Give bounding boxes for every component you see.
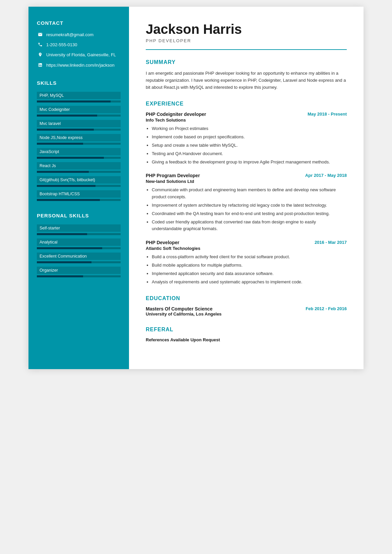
bullet-item: Working on Project estimates: [152, 125, 347, 132]
referal-section: REFERAL References Available Upon Reques…: [146, 327, 347, 342]
skill-label: Self-starter: [37, 224, 121, 232]
skill-bar-fill: [37, 129, 94, 131]
bullet-item: Communicate with product and engineering…: [152, 187, 347, 201]
experience-entry: PHP Developer 2016 - Mar 2017 Atlantic S…: [146, 240, 347, 285]
linkedin-icon: [37, 63, 44, 67]
skill-bar-bg: [37, 157, 121, 159]
skill-item: Organizer: [37, 267, 121, 277]
skill-bar-fill: [37, 199, 100, 201]
phone-icon: [37, 42, 44, 47]
skill-bar-bg: [37, 143, 121, 145]
skill-bar-bg: [37, 129, 121, 131]
skill-bar-bg: [37, 275, 121, 277]
bullet-item: Build mobile applications for multiple p…: [152, 262, 347, 269]
referal-text: References Available Upon Request: [146, 337, 347, 342]
edu-degree: Masters Of Computer Science: [146, 306, 221, 311]
bullet-item: Coded user friendly applications that co…: [152, 219, 347, 233]
skill-bar-fill: [37, 157, 104, 159]
skill-bar-bg: [37, 115, 121, 117]
education-section: EDUCATION Masters Of Computer Science Un…: [146, 295, 347, 317]
bullet-item: Testing and QA Handover document.: [152, 150, 347, 157]
edu-school: University of California, Los Angeles: [146, 311, 221, 317]
contact-text: University of Florida, Gainesville, FL: [46, 52, 116, 58]
exp-date: 2016 - Mar 2017: [315, 240, 347, 245]
contact-text: 1-202-555-0130: [46, 42, 77, 48]
skill-item: Mvc laravel: [37, 120, 121, 131]
skill-bar-fill: [37, 261, 91, 263]
skill-item: Node JS,Node express: [37, 134, 121, 145]
exp-bullets: Communicate with product and engineering…: [146, 187, 347, 232]
skill-bar-fill: [37, 100, 111, 102]
skill-item: Excellent Communication: [37, 253, 121, 263]
skill-label: Mvc laravel: [37, 120, 121, 127]
edu-left: Masters Of Computer Science University o…: [146, 306, 221, 317]
resume-container: CONTACT resumekraft@gmail.com 1-202-555-…: [28, 7, 364, 369]
skill-bar-bg: [37, 261, 121, 263]
skill-item: React Js: [37, 162, 121, 173]
email-icon: [37, 32, 44, 37]
skill-label: Organizer: [37, 267, 121, 274]
bullet-item: Giving a feedback to the development gro…: [152, 159, 347, 166]
skill-item: PHP, MySQL: [37, 92, 121, 102]
exp-role: PHP Developer: [146, 240, 179, 245]
skill-label: Bootstrap HTML/CSS: [37, 190, 121, 198]
skill-item: Git(github) Svn(Tfs, bitbucket): [37, 176, 121, 187]
job-title: PHP DEVELOPER: [146, 38, 347, 43]
contact-section: CONTACT resumekraft@gmail.com 1-202-555-…: [37, 20, 121, 68]
bullet-item: Improvement of system architecture by re…: [152, 202, 347, 209]
skill-bar-fill: [37, 233, 87, 235]
skills-title: SKILLS: [37, 80, 121, 86]
experience-entry: PHP Codeigniter developer May 2018 - Pre…: [146, 112, 347, 165]
experience-entry: PHP Program Developer Apr 2017 - May 201…: [146, 173, 347, 232]
skill-item: Bootstrap HTML/CSS: [37, 190, 121, 201]
exp-company: Atlantic Soft Technologies: [146, 246, 347, 251]
exp-header: PHP Codeigniter developer May 2018 - Pre…: [146, 112, 347, 117]
skill-bar-bg: [37, 171, 121, 173]
personal-skills-section: PERSONAL SKILLS Self-starter Analytical …: [37, 213, 121, 277]
exp-company: Info Tech Solutions: [146, 118, 347, 123]
skill-label: Mvc Codeigniter: [37, 106, 121, 113]
summary-text: I am energetic and passionate PHP develo…: [146, 70, 347, 91]
exp-header: PHP Program Developer Apr 2017 - May 201…: [146, 173, 347, 178]
contact-text: https://www.linkedin.com/in/jackson: [46, 62, 115, 68]
skill-label: React Js: [37, 162, 121, 169]
skill-bar-fill: [37, 275, 83, 277]
exp-bullets: Working on Project estimatesImplement co…: [146, 125, 347, 165]
sidebar: CONTACT resumekraft@gmail.com 1-202-555-…: [28, 7, 129, 369]
experience-title: EXPERIENCE: [146, 101, 347, 107]
edu-date: Feb 2012 - Feb 2016: [306, 306, 347, 311]
bullet-item: Coordinated with the QA testing team for…: [152, 210, 347, 217]
skill-bar-fill: [37, 115, 97, 117]
summary-section: SUMMARY I am energetic and passionate PH…: [146, 59, 347, 91]
contact-item: 1-202-555-0130: [37, 42, 121, 48]
exp-date: Apr 2017 - May 2018: [305, 173, 347, 178]
skill-item: Mvc Codeigniter: [37, 106, 121, 117]
skill-item: JavaScript: [37, 148, 121, 159]
exp-header: PHP Developer 2016 - Mar 2017: [146, 240, 347, 245]
skill-bar-bg: [37, 233, 121, 235]
skills-section: SKILLS PHP, MySQL Mvc Codeigniter Mvc la…: [37, 80, 121, 201]
education-entry: Masters Of Computer Science University o…: [146, 306, 347, 317]
exp-bullets: Build a cross-platform activity feed cli…: [146, 254, 347, 285]
contact-text: resumekraft@gmail.com: [46, 32, 93, 38]
candidate-name: Jackson Harris: [146, 22, 347, 37]
skill-label: Git(github) Svn(Tfs, bitbucket): [37, 176, 121, 184]
referal-title: REFERAL: [146, 327, 347, 333]
skill-bar-fill: [37, 247, 102, 249]
exp-date: May 2018 - Present: [308, 112, 347, 117]
personal-skills-title: PERSONAL SKILLS: [37, 213, 121, 218]
skill-item: Self-starter: [37, 224, 121, 235]
skill-bar-fill: [37, 143, 83, 145]
contact-title: CONTACT: [37, 20, 121, 26]
contact-item: https://www.linkedin.com/in/jackson: [37, 62, 121, 68]
skill-label: Node JS,Node express: [37, 134, 121, 141]
exp-company: New-land Solutions Ltd: [146, 179, 347, 184]
skill-label: Excellent Communication: [37, 253, 121, 260]
bullet-item: Build a cross-platform activity feed cli…: [152, 254, 347, 261]
contact-item: resumekraft@gmail.com: [37, 32, 121, 38]
skill-bar-bg: [37, 185, 121, 187]
bullet-item: Setup and create a new table within MySQ…: [152, 142, 347, 149]
skill-bar-bg: [37, 199, 121, 201]
location-icon: [37, 52, 44, 57]
bullet-item: Implemented application security and dat…: [152, 270, 347, 277]
